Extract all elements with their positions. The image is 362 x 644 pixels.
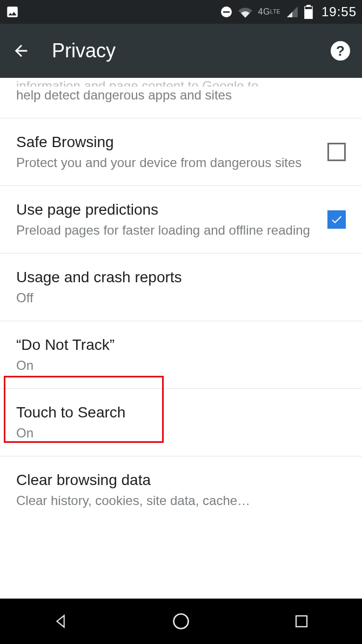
- device-frame: 4GLTE 19:55 Privacy ? information and pa…: [0, 0, 362, 644]
- battery-icon: [304, 5, 313, 19]
- touch-to-search-row[interactable]: Touch to Search On: [0, 389, 362, 456]
- do-not-track-title: “Do Not Track”: [16, 335, 346, 355]
- status-right: 4GLTE 19:55: [220, 4, 357, 19]
- nav-back-icon[interactable]: [28, 613, 93, 630]
- clear-browsing-data-title: Clear browsing data: [16, 470, 346, 490]
- page-title: Privacy: [52, 39, 309, 62]
- dnd-icon: [220, 5, 233, 18]
- svg-rect-4: [305, 7, 312, 9]
- app-bar: Privacy ?: [0, 24, 362, 78]
- svg-rect-6: [296, 616, 307, 627]
- nav-home-icon[interactable]: [149, 612, 213, 631]
- status-bar: 4GLTE 19:55: [0, 0, 362, 24]
- usage-reports-title: Usage and crash reports: [16, 268, 346, 287]
- usage-reports-row[interactable]: Usage and crash reports Off: [0, 254, 362, 321]
- touch-to-search-title: Touch to Search: [16, 403, 346, 422]
- svg-rect-3: [306, 5, 311, 7]
- page-predictions-title: Use page predictions: [16, 200, 317, 220]
- nav-recent-icon[interactable]: [269, 613, 334, 629]
- back-icon[interactable]: [12, 42, 30, 60]
- safe-browsing-desc: Protect you and your device from dangero…: [16, 154, 317, 171]
- touch-to-search-value: On: [16, 424, 346, 442]
- safe-browsing-title: Safe Browsing: [16, 132, 317, 152]
- usage-reports-value: Off: [16, 289, 346, 307]
- partial-item-desc: information and page content to Google t…: [0, 78, 362, 118]
- nav-bar: [0, 599, 362, 644]
- picture-icon: [5, 5, 19, 19]
- do-not-track-row[interactable]: “Do Not Track” On: [0, 321, 362, 389]
- page-predictions-row[interactable]: Use page predictions Preload pages for f…: [0, 186, 362, 254]
- safe-browsing-row[interactable]: Safe Browsing Protect you and your devic…: [0, 118, 362, 186]
- svg-point-5: [173, 614, 188, 629]
- clock-text: 19:55: [321, 4, 357, 19]
- help-icon[interactable]: ?: [331, 41, 350, 61]
- wifi-icon: [238, 6, 252, 18]
- settings-list: information and page content to Google t…: [0, 78, 362, 599]
- clear-browsing-data-desc: Clear history, cookies, site data, cache…: [16, 492, 346, 509]
- signal-icon: [286, 5, 299, 18]
- clear-browsing-data-row[interactable]: Clear browsing data Clear history, cooki…: [0, 456, 362, 523]
- network-label: 4GLTE: [258, 8, 280, 16]
- do-not-track-value: On: [16, 357, 346, 374]
- page-predictions-checkbox[interactable]: [327, 210, 346, 229]
- safe-browsing-checkbox[interactable]: [327, 143, 346, 161]
- status-left: [5, 5, 220, 19]
- svg-rect-1: [223, 11, 230, 13]
- page-predictions-desc: Preload pages for faster loading and off…: [16, 222, 317, 239]
